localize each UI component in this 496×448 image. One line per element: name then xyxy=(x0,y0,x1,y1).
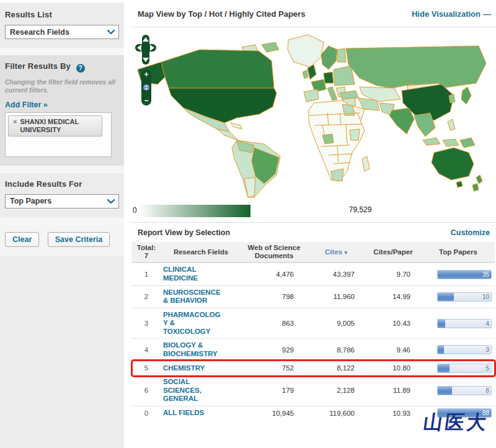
row-field-cell: NEUROSCIENCE & BEHAVIOR xyxy=(161,286,241,308)
chevron-down-icon xyxy=(107,199,115,204)
filter-tag-label: SHANXI MEDICAL UNIVERSITY xyxy=(20,118,99,134)
row-cites-per-paper: 11.89 xyxy=(365,387,422,394)
sidebar-buttons: Clear Save Criteria xyxy=(0,225,124,256)
row-field-cell: ALL FIELDS xyxy=(161,406,241,420)
help-icon[interactable]: ? xyxy=(76,64,85,73)
include-results-dropdown[interactable]: Top Papers xyxy=(5,194,119,208)
zoom-out-button[interactable]: − xyxy=(144,97,148,104)
hide-visualization-link[interactable]: Hide Visualization— xyxy=(412,9,491,19)
top-papers-bar-fill xyxy=(438,387,452,395)
row-wos-documents: 798 xyxy=(241,293,308,300)
row-wos-documents: 863 xyxy=(241,320,308,327)
chevron-down-icon xyxy=(107,29,115,35)
row-rank: 5 xyxy=(131,364,161,372)
row-top-papers-cell: 3 xyxy=(422,345,495,354)
pan-up-icon[interactable] xyxy=(143,37,149,42)
row-cites: 8,122 xyxy=(308,364,365,372)
report-view-title: Report View by Selection xyxy=(138,228,230,237)
row-rank: 2 xyxy=(131,293,161,300)
customize-link[interactable]: Customize xyxy=(451,228,490,237)
row-cites: 11,960 xyxy=(308,293,365,300)
sidebar-divider xyxy=(0,217,124,225)
column-header-cites-per-paper[interactable]: Cites/Paper xyxy=(365,246,422,258)
watermark: 山医大 xyxy=(422,410,490,436)
row-field-cell: BIOLOGY & BIOCHEMISTRY xyxy=(161,339,241,361)
row-wos-documents: 752 xyxy=(241,364,308,372)
legend-gradient-bar xyxy=(139,205,250,217)
row-cites-per-paper: 9.46 xyxy=(365,346,422,354)
row-field-link[interactable]: CLINICAL MEDICINE xyxy=(163,263,198,285)
column-header-top-papers[interactable]: Top Papers xyxy=(422,246,495,258)
hide-visualization-label: Hide Visualization xyxy=(412,9,480,19)
row-cites: 43,397 xyxy=(308,271,365,278)
filter-tag[interactable]: × SHANXI MEDICAL UNIVERSITY xyxy=(8,115,102,137)
top-papers-bar-fill xyxy=(438,320,445,328)
table-row: 3 PHARMACOLOG Y & TOXICOLOGY 863 9,005 1… xyxy=(131,308,495,339)
legend-min-value: 0 xyxy=(133,206,137,215)
top-papers-bar[interactable]: 3 xyxy=(437,345,492,354)
top-papers-bar[interactable]: 4 xyxy=(437,319,492,328)
results-list-dropdown[interactable]: Research Fields xyxy=(5,25,119,39)
column-header-wos-documents[interactable]: Web of Science Documents xyxy=(241,242,308,262)
column-header-cites[interactable]: Cites ▾ xyxy=(308,246,365,258)
total-value: 7 xyxy=(144,252,148,259)
row-field-link[interactable]: PHARMACOLOG Y & TOXICOLOGY xyxy=(163,308,221,339)
save-criteria-button[interactable]: Save Criteria xyxy=(48,232,110,247)
row-top-papers-cell: 5 xyxy=(422,364,495,373)
top-papers-bar[interactable]: 10 xyxy=(437,292,492,302)
pan-down-icon[interactable] xyxy=(143,58,149,62)
top-papers-bar-value: 10 xyxy=(482,293,489,300)
table-row: 4 BIOLOGY & BIOCHEMISTRY 929 8,786 9.46 … xyxy=(131,338,495,361)
row-field-cell: PHARMACOLOG Y & TOXICOLOGY xyxy=(161,308,241,339)
column-header-research-fields[interactable]: Research Fields xyxy=(161,246,241,258)
row-wos-documents: 179 xyxy=(241,387,308,394)
results-list-heading: Results List xyxy=(5,10,119,19)
filter-note: Changing the filter field removes all cu… xyxy=(5,78,119,94)
row-cites-per-paper: 10.43 xyxy=(365,320,422,327)
table-row: 2 NEUROSCIENCE & BEHAVIOR 798 11,960 14.… xyxy=(131,285,495,308)
sidebar-divider xyxy=(0,48,124,55)
add-filter-link[interactable]: Add Filter » xyxy=(5,101,48,109)
top-papers-bar[interactable]: 35 xyxy=(437,270,492,279)
row-field-link[interactable]: NEUROSCIENCE & BEHAVIOR xyxy=(163,286,221,308)
top-papers-bar-fill xyxy=(438,364,450,372)
table-header-row: Total: 7 Research Fields Web of Science … xyxy=(131,242,495,262)
map-legend: 0 79,529 xyxy=(130,204,496,220)
row-field-link[interactable]: BIOLOGY & BIOCHEMISTRY xyxy=(163,339,218,361)
row-cites: 8,786 xyxy=(308,346,365,354)
table-row: 6 SOCIAL SCIENCES, GENERAL 179 2,128 11.… xyxy=(131,375,495,406)
top-papers-bar-value: 35 xyxy=(482,271,489,278)
row-field-link[interactable]: SOCIAL SCIENCES, GENERAL xyxy=(163,375,202,406)
row-cites: 2,128 xyxy=(308,387,365,394)
row-field-cell: SOCIAL SCIENCES, GENERAL xyxy=(161,375,241,406)
row-top-papers-cell: 8 xyxy=(422,386,495,395)
pan-right-icon[interactable] xyxy=(150,45,154,51)
row-rank: 4 xyxy=(131,346,161,354)
zoom-in-button[interactable]: + xyxy=(144,71,148,78)
table-row: 1 CLINICAL MEDICINE 4,476 43,397 9.70 35 xyxy=(131,262,495,285)
row-cites-per-paper: 10.93 xyxy=(365,410,422,417)
row-field-cell: CHEMISTRY xyxy=(161,362,241,375)
clear-button[interactable]: Clear xyxy=(5,232,39,247)
total-header: Total: 7 xyxy=(131,242,161,262)
pan-left-icon[interactable] xyxy=(137,45,141,51)
row-cites-per-paper: 9.70 xyxy=(365,271,422,278)
remove-filter-icon[interactable]: × xyxy=(13,118,17,126)
world-map-area: + − xyxy=(130,29,496,204)
row-top-papers-cell: 35 xyxy=(422,270,495,279)
choropleth-world-map[interactable] xyxy=(131,31,492,200)
map-zoom-control[interactable]: + − xyxy=(141,69,151,105)
top-papers-bar[interactable]: 8 xyxy=(437,386,492,395)
filter-results-heading-text: Filter Results By xyxy=(5,61,71,71)
results-table: Total: 7 Research Fields Web of Science … xyxy=(131,242,495,419)
row-field-link[interactable]: CHEMISTRY xyxy=(163,362,205,375)
row-rank: 6 xyxy=(131,387,161,394)
filter-results-section: Filter Results By ? Changing the filter … xyxy=(0,55,124,166)
map-pan-control[interactable] xyxy=(135,35,156,65)
filter-tag-list: × SHANXI MEDICAL UNIVERSITY xyxy=(5,112,112,157)
row-field-cell: CLINICAL MEDICINE xyxy=(161,263,241,285)
top-papers-bar[interactable]: 5 xyxy=(437,364,492,373)
row-field-link[interactable]: ALL FIELDS xyxy=(163,406,204,420)
include-results-section: Include Results For Top Papers xyxy=(0,173,124,217)
row-top-papers-cell: 10 xyxy=(422,292,495,302)
